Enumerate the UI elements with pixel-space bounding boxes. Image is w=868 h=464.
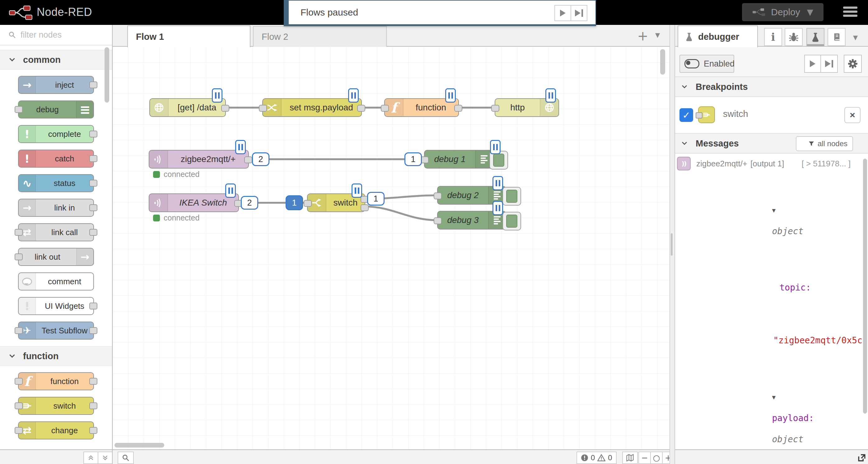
input-port[interactable] bbox=[434, 218, 442, 224]
palette-category-header[interactable]: function bbox=[0, 346, 112, 366]
add-flow-button[interactable]: + bbox=[634, 27, 651, 44]
palette-node[interactable]: link call bbox=[18, 223, 94, 241]
pause-badge[interactable] bbox=[225, 184, 236, 198]
debug-line[interactable]: ▾ payload: object bbox=[677, 360, 860, 450]
messages-section-header[interactable]: Messages all nodes bbox=[674, 134, 868, 154]
palette-node[interactable]: complete bbox=[18, 125, 94, 143]
output-port[interactable] bbox=[454, 105, 462, 112]
palette-filter[interactable]: filter nodes bbox=[0, 25, 112, 45]
pause-badge[interactable] bbox=[212, 88, 222, 103]
debug-messages-list[interactable]: zigbee2mqtt/+ [output 1] [ > 511978... ]… bbox=[674, 153, 862, 450]
output-port[interactable] bbox=[89, 155, 97, 162]
tab-help[interactable] bbox=[828, 28, 846, 46]
tab-debug-messages[interactable] bbox=[785, 28, 803, 46]
palette-node[interactable]: change bbox=[18, 421, 94, 439]
flow-list-button[interactable]: ▾ bbox=[655, 29, 660, 40]
input-port[interactable] bbox=[491, 105, 499, 112]
flow-canvas[interactable]: [get] /data set msg.payload f function bbox=[113, 47, 670, 450]
active-breakpoint-badge[interactable]: 1 bbox=[286, 195, 303, 210]
palette-node[interactable]: link out bbox=[18, 248, 94, 266]
sidebar-popout-icon[interactable] bbox=[858, 454, 866, 463]
message-filter-button[interactable]: all nodes bbox=[796, 136, 853, 151]
debug-toggle-button[interactable] bbox=[502, 187, 521, 205]
debugger-settings-button[interactable] bbox=[844, 55, 862, 73]
palette-node[interactable]: function bbox=[18, 372, 94, 390]
flow-node-debug-1[interactable]: debug 1 bbox=[424, 150, 493, 169]
zoom-out-button[interactable]: − bbox=[639, 452, 651, 464]
palette-node[interactable]: catch bbox=[18, 150, 94, 168]
palette-node[interactable]: status bbox=[18, 174, 94, 192]
flow-node-change[interactable]: set msg.payload bbox=[262, 98, 362, 117]
canvas-search-button[interactable] bbox=[118, 452, 134, 464]
palette-category-header[interactable]: common bbox=[0, 50, 112, 70]
output-port[interactable] bbox=[89, 204, 97, 211]
input-port[interactable] bbox=[14, 229, 23, 236]
output-port[interactable] bbox=[357, 105, 365, 112]
debug-toggle-button[interactable] bbox=[502, 212, 521, 230]
pause-badge[interactable] bbox=[490, 140, 501, 154]
navigator-toggle-button[interactable] bbox=[622, 452, 638, 464]
input-port[interactable] bbox=[14, 106, 23, 113]
input-port[interactable] bbox=[381, 105, 389, 112]
pause-badge[interactable] bbox=[235, 140, 246, 154]
message-id[interactable]: [ > 511978... ] bbox=[801, 159, 850, 169]
output-port-2[interactable] bbox=[361, 204, 369, 211]
tab-flow-2[interactable]: Flow 2 bbox=[253, 26, 387, 47]
debugger-play-button[interactable] bbox=[804, 55, 821, 73]
pause-badge[interactable] bbox=[351, 184, 362, 198]
output-port[interactable] bbox=[89, 229, 97, 236]
tab-flow-1[interactable]: Flow 1 bbox=[127, 26, 250, 47]
palette-expand-all-button[interactable] bbox=[98, 452, 113, 464]
palette-node[interactable]: comment bbox=[18, 272, 94, 291]
palette-node[interactable]: link in bbox=[18, 199, 94, 217]
tab-debugger-icon-button[interactable] bbox=[806, 28, 825, 46]
tab-info[interactable]: i bbox=[764, 28, 782, 46]
output-port[interactable] bbox=[89, 81, 97, 88]
palette-node[interactable]: debug bbox=[18, 100, 94, 119]
palette-collapse-all-button[interactable] bbox=[83, 452, 98, 464]
debug-line[interactable]: "zigbee2mqtt/0x5cc7c1fffe2dbe22" bbox=[677, 303, 860, 356]
input-port[interactable] bbox=[14, 402, 23, 409]
input-port[interactable] bbox=[304, 200, 312, 207]
palette-node[interactable]: switch bbox=[18, 397, 94, 415]
resume-flows-button[interactable] bbox=[554, 5, 571, 21]
canvas-horizontal-scrollbar[interactable] bbox=[115, 443, 164, 448]
pause-badge[interactable] bbox=[445, 88, 456, 103]
output-port[interactable] bbox=[89, 303, 97, 309]
zoom-reset-button[interactable]: ○ bbox=[651, 452, 663, 464]
output-port[interactable] bbox=[221, 105, 229, 112]
sidebar-scrollbar[interactable] bbox=[863, 159, 867, 413]
palette-node[interactable]: UI Widgets bbox=[18, 297, 94, 315]
debug-line[interactable]: ▾ object bbox=[677, 173, 860, 247]
debugger-enabled-toggle[interactable]: Enabled bbox=[679, 55, 734, 73]
step-next-button[interactable] bbox=[571, 5, 587, 21]
main-menu-button[interactable] bbox=[843, 6, 858, 19]
sidebar-menu-caret-icon[interactable]: ▾ bbox=[853, 32, 858, 43]
pause-badge[interactable] bbox=[546, 88, 556, 103]
debug-message[interactable]: zigbee2mqtt/+ [output 1] [ > 511978... ]… bbox=[674, 153, 862, 450]
pause-badge[interactable] bbox=[493, 201, 503, 215]
palette-node[interactable]: Test Subflow bbox=[18, 322, 94, 340]
canvas-vertical-scrollbar[interactable] bbox=[660, 49, 665, 75]
deploy-button[interactable]: Deploy ▼ bbox=[742, 3, 824, 21]
output-port[interactable] bbox=[89, 378, 97, 385]
pause-badge[interactable] bbox=[348, 88, 359, 103]
input-port[interactable] bbox=[14, 378, 23, 385]
debug-line[interactable]: topic: bbox=[677, 251, 860, 303]
palette-node[interactable]: inject bbox=[18, 76, 94, 94]
output-port[interactable] bbox=[89, 327, 97, 334]
input-port[interactable] bbox=[14, 427, 23, 434]
breakpoint-checkbox[interactable] bbox=[679, 108, 693, 122]
deploy-options-caret-icon[interactable]: ▼ bbox=[807, 7, 813, 17]
canvas-issues-status[interactable]: 0 0 bbox=[577, 452, 617, 464]
palette-scrollbar[interactable] bbox=[104, 47, 109, 103]
input-port[interactable] bbox=[14, 254, 23, 260]
output-port[interactable] bbox=[89, 402, 97, 409]
breakpoints-section-header[interactable]: Breakpoints bbox=[674, 77, 868, 97]
flow-node-mqtt-in-zigbee[interactable]: zigbee2mqtt/+ bbox=[149, 150, 249, 169]
input-port[interactable] bbox=[259, 105, 267, 112]
tab-debugger[interactable]: debugger bbox=[678, 26, 758, 47]
output-port[interactable] bbox=[89, 131, 97, 137]
input-port[interactable] bbox=[434, 193, 442, 199]
output-port[interactable] bbox=[89, 427, 97, 434]
